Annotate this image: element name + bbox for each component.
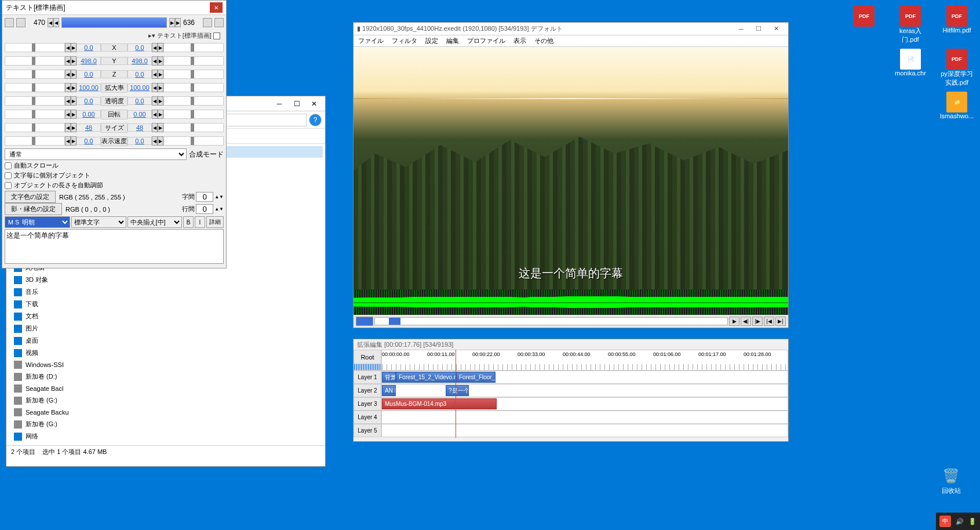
step-left2[interactable]: ◀	[53, 18, 59, 27]
dec-button[interactable]: ◀	[152, 70, 158, 79]
tree-item[interactable]: Windows-SSI	[12, 359, 99, 371]
timeline-clip[interactable]: MusMus-BGM-014.mp3	[382, 398, 497, 409]
spinner[interactable]: ▲▼	[214, 194, 224, 199]
tool-button[interactable]	[203, 18, 212, 27]
spinner[interactable]: ▲▼	[214, 206, 224, 212]
option-checkbox[interactable]	[5, 172, 12, 179]
dec-button[interactable]: ◀	[65, 136, 71, 146]
param-value[interactable]: 498.0	[127, 57, 152, 65]
tool-button[interactable]	[16, 18, 25, 27]
play-button[interactable]: ▶	[729, 317, 739, 326]
tree-item[interactable]: 新加卷 (G:)	[12, 418, 99, 430]
layer-track[interactable]	[381, 411, 788, 424]
tool-button[interactable]	[214, 18, 224, 27]
leading-input[interactable]	[196, 204, 213, 214]
param-value[interactable]: 48	[76, 124, 101, 132]
param-slider[interactable]	[163, 96, 224, 106]
inc-button[interactable]: ▶	[71, 43, 76, 52]
inc-button[interactable]: ▶	[158, 96, 163, 106]
inc-button[interactable]: ▶	[71, 56, 76, 66]
skip-start-button[interactable]: |◀	[764, 317, 774, 326]
step-fwd-button[interactable]: |▶	[752, 317, 763, 326]
close-button[interactable]: ✕	[305, 98, 323, 110]
layer-track[interactable]	[381, 424, 788, 437]
layer-name[interactable]: Layer 1	[354, 371, 381, 384]
timeline-clip[interactable]: Forest_Floor_1	[456, 372, 496, 383]
dec-button[interactable]: ◀	[152, 96, 158, 106]
dec-button[interactable]: ◀	[152, 110, 158, 119]
tree-item[interactable]: Seagate Backu	[12, 406, 99, 418]
param-slider[interactable]	[5, 83, 65, 92]
option-checkbox[interactable]	[5, 162, 12, 169]
tree-item[interactable]: 网络	[12, 430, 99, 442]
param-slider[interactable]	[5, 110, 65, 119]
timeline-clip[interactable]: 背景(	[382, 372, 396, 383]
menu-item[interactable]: フィルタ	[392, 37, 417, 45]
menu-item[interactable]: ファイル	[358, 37, 384, 45]
inc-button[interactable]: ▶	[158, 123, 163, 132]
step-right[interactable]: ▶	[169, 18, 175, 27]
minimize-button[interactable]: ─	[271, 98, 288, 110]
param-value[interactable]: 0.0	[127, 97, 152, 105]
shadow-color-button[interactable]: 影・縁色の設定	[5, 203, 62, 215]
scrub-handle[interactable]	[356, 317, 373, 326]
bold-button[interactable]: B	[183, 216, 194, 228]
dec-button[interactable]: ◀	[65, 56, 71, 66]
tray-icon[interactable]: 🔊	[956, 518, 964, 525]
tree-item[interactable]: 文档	[12, 310, 99, 322]
align-select[interactable]: 中央揃え[中]	[127, 216, 183, 228]
param-value[interactable]: 100.00	[127, 84, 152, 92]
param-value[interactable]: 0.0	[76, 97, 101, 105]
dec-button[interactable]: ◀	[65, 70, 71, 79]
param-value[interactable]: 0.0	[127, 70, 152, 78]
dec-button[interactable]: ◀	[65, 96, 71, 106]
maximize-button[interactable]: ☐	[750, 24, 767, 34]
inc-button[interactable]: ▶	[71, 70, 76, 79]
param-slider[interactable]	[5, 123, 65, 132]
timeline-clip[interactable]: AN B	[382, 385, 396, 396]
menu-item[interactable]: 設定	[425, 37, 438, 45]
close-button[interactable]: ✕	[210, 2, 223, 13]
layer-name[interactable]: Layer 5	[354, 424, 381, 437]
param-slider[interactable]	[163, 83, 224, 92]
dec-button[interactable]: ◀	[152, 43, 158, 52]
desktop-icon[interactable]: PDFHitfilm.pdf	[939, 6, 974, 44]
layer-name[interactable]: Layer 4	[354, 411, 381, 424]
tree-item[interactable]: 图片	[12, 322, 99, 335]
tree-item[interactable]: Seagate Bacl	[12, 383, 99, 394]
desktop-icon[interactable]: PDF	[847, 6, 881, 44]
dec-button[interactable]: ◀	[152, 56, 158, 66]
inc-button[interactable]: ▶	[158, 43, 163, 52]
layer-track[interactable]: 背景(Forest_15_2_Videvo.mForest_Floor_1	[381, 371, 788, 384]
dec-button[interactable]: ◀	[65, 43, 71, 52]
tree-item[interactable]: 下载	[12, 298, 99, 310]
ime-indicator[interactable]: 中	[939, 516, 951, 527]
recycle-bin[interactable]: 🗑️回收站	[934, 466, 968, 495]
param-slider[interactable]	[163, 70, 224, 79]
maximize-button[interactable]: ☐	[288, 98, 305, 110]
desktop-icon[interactable]: 📁lsmashwo...	[939, 92, 974, 119]
param-slider[interactable]	[5, 96, 65, 106]
blend-mode-select[interactable]: 通常	[5, 148, 187, 160]
param-slider[interactable]	[163, 43, 224, 52]
timeline-clip[interactable]: Forest_15_2_Videvo.m	[396, 372, 456, 383]
tree-item[interactable]: 音乐	[12, 286, 99, 298]
text-content-input[interactable]: 这是一个简单的字幕	[5, 229, 224, 264]
layer-track[interactable]: AN B?是一个	[381, 384, 788, 397]
audio-waveform[interactable]	[354, 289, 788, 315]
layer-name[interactable]: Layer 3	[354, 397, 381, 411]
param-value[interactable]: 100.00	[76, 84, 101, 92]
detail-button[interactable]: 詳細	[206, 216, 224, 228]
param-value[interactable]: 0.0	[76, 70, 101, 78]
param-slider[interactable]	[163, 56, 224, 66]
desktop-icon[interactable]: PDFpy深度学习实践.pdf	[939, 49, 974, 87]
preview-viewport[interactable]: 这是一个简单的字幕	[354, 47, 788, 289]
dec-button[interactable]: ◀	[152, 83, 158, 92]
close-button[interactable]: ✕	[767, 24, 785, 34]
preview-titlebar[interactable]: ▮ 1920x1080_30fps_44100Hz.exedit (1920,1…	[354, 23, 788, 35]
dec-button[interactable]: ◀	[65, 83, 71, 92]
desktop-icon[interactable]: 📄monika.chr	[893, 49, 928, 87]
tool-button[interactable]	[5, 18, 14, 27]
param-slider[interactable]	[163, 110, 224, 119]
inc-button[interactable]: ▶	[158, 70, 163, 79]
